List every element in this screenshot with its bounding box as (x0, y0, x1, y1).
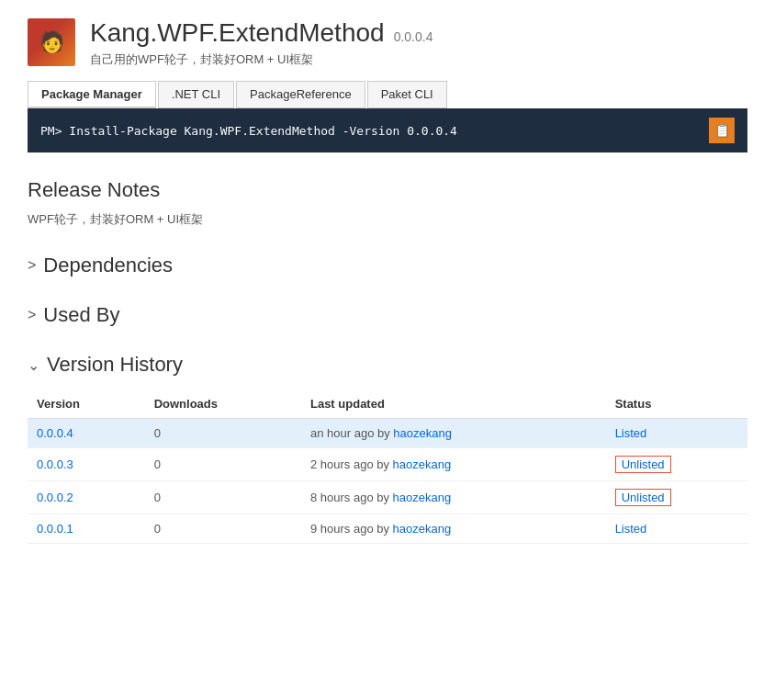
used-by-title: Used By (43, 303, 119, 327)
downloads-cell: 0 (145, 419, 301, 448)
release-notes-content: WPF轮子，封装好ORM + UI框架 (28, 211, 747, 228)
title-area: Kang.WPF.ExtendMethod 0.0.0.4 自己用的WPF轮子，… (90, 18, 747, 68)
version-history-chevron: ⌄ (28, 356, 39, 374)
status-cell: Unlisted (606, 481, 747, 514)
version-history-title: Version History (47, 353, 183, 377)
version-link[interactable]: 0.0.0.2 (37, 491, 73, 504)
col-downloads: Downloads (145, 390, 301, 419)
install-tabs: Package Manager .NET CLI PackageReferenc… (28, 81, 747, 108)
tab-package-manager[interactable]: Package Manager (28, 81, 156, 108)
col-version: Version (28, 390, 145, 419)
package-name: Kang.WPF.ExtendMethod (90, 18, 385, 48)
table-row: 0.0.0.208 hours ago by haozekangUnlisted (28, 481, 747, 514)
last-updated-cell: 2 hours ago by haozekang (301, 448, 606, 481)
version-history-header[interactable]: ⌄ Version History (28, 353, 747, 377)
version-link[interactable]: 0.0.0.1 (37, 522, 73, 536)
release-notes-section: Release Notes WPF轮子，封装好ORM + UI框架 (28, 178, 747, 228)
table-row: 0.0.0.40an hour ago by haozekangListed (28, 419, 747, 448)
user-link[interactable]: haozekang (393, 457, 452, 471)
page-header: 🧑 Kang.WPF.ExtendMethod 0.0.0.4 自己用的WPF轮… (28, 18, 747, 68)
copy-icon: 📋 (714, 123, 730, 138)
status-cell: Listed (606, 419, 747, 448)
last-updated-cell: an hour ago by haozekang (301, 419, 606, 448)
used-by-chevron: > (28, 307, 36, 323)
release-notes-title: Release Notes (28, 178, 160, 202)
release-notes-header: Release Notes (28, 178, 747, 202)
tab-paket-cli[interactable]: Paket CLI (367, 81, 447, 108)
avatar: 🧑 (28, 18, 75, 66)
package-version: 0.0.0.4 (394, 29, 433, 44)
last-updated-cell: 9 hours ago by haozekang (301, 514, 606, 544)
last-updated-cell: 8 hours ago by haozekang (301, 481, 606, 514)
package-subtitle: 自己用的WPF轮子，封装好ORM + UI框架 (90, 51, 747, 68)
table-header-row: Version Downloads Last updated Status (28, 390, 747, 419)
status-cell: Listed (606, 514, 747, 544)
status-badge: Listed (615, 426, 647, 440)
tab-package-reference[interactable]: PackageReference (236, 81, 365, 108)
version-history-section: ⌄ Version History Version Downloads Last… (28, 353, 747, 544)
command-bar: PM> Install-Package Kang.WPF.ExtendMetho… (28, 108, 747, 152)
status-badge: Unlisted (615, 456, 671, 473)
dependencies-section: > Dependencies (28, 254, 747, 277)
downloads-cell: 0 (145, 514, 301, 544)
version-link[interactable]: 0.0.0.3 (37, 457, 73, 471)
user-link[interactable]: haozekang (393, 491, 452, 504)
table-row: 0.0.0.109 hours ago by haozekangListed (28, 514, 747, 544)
tab-dotnet-cli[interactable]: .NET CLI (158, 81, 234, 108)
version-link[interactable]: 0.0.0.4 (37, 426, 73, 440)
dependencies-title: Dependencies (43, 254, 173, 277)
status-badge: Unlisted (615, 489, 671, 506)
user-link[interactable]: haozekang (393, 522, 452, 536)
downloads-cell: 0 (145, 481, 301, 514)
command-text: PM> Install-Package Kang.WPF.ExtendMetho… (40, 124, 457, 138)
avatar-image: 🧑 (28, 18, 75, 66)
version-history-table: Version Downloads Last updated Status 0.… (28, 390, 747, 544)
downloads-cell: 0 (145, 448, 301, 481)
status-badge: Listed (615, 522, 647, 536)
used-by-header[interactable]: > Used By (28, 303, 747, 327)
col-status: Status (606, 390, 747, 419)
user-link[interactable]: haozekang (393, 426, 452, 440)
package-title: Kang.WPF.ExtendMethod 0.0.0.4 (90, 18, 747, 48)
dependencies-header[interactable]: > Dependencies (28, 254, 747, 277)
dependencies-chevron: > (28, 257, 36, 274)
copy-button[interactable]: 📋 (709, 118, 735, 143)
status-cell: Unlisted (606, 448, 747, 481)
tabs-section: Package Manager .NET CLI PackageReferenc… (28, 81, 747, 152)
used-by-section: > Used By (28, 303, 747, 327)
table-row: 0.0.0.302 hours ago by haozekangUnlisted (28, 448, 747, 481)
col-last-updated: Last updated (301, 390, 606, 419)
